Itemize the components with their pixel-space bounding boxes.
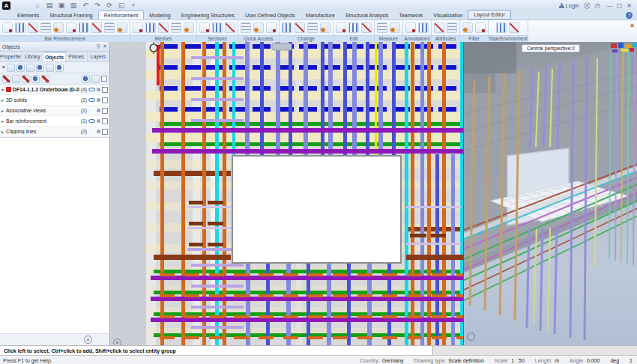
- ribbon-tool-icon[interactable]: [53, 22, 64, 33]
- redo-icon[interactable]: ↷: [93, 1, 102, 10]
- status-field[interactable]: Length:m: [535, 358, 559, 363]
- unlink-icon[interactable]: [12, 75, 20, 83]
- open-icon[interactable]: ▤: [45, 1, 54, 10]
- viewport-2d-reinforcement-drawing[interactable]: [146, 42, 463, 345]
- refresh-icon[interactable]: [41, 75, 49, 83]
- visibility-eye-icon[interactable]: [88, 98, 95, 102]
- viewport-3d[interactable]: Central perspective:2: [463, 42, 637, 345]
- ribbon-tool-icon[interactable]: [2, 22, 13, 33]
- ribbon-tool-icon[interactable]: [348, 22, 359, 33]
- select-checkbox[interactable]: [102, 97, 108, 103]
- ribbon-tab-structural-framing[interactable]: Structural Framing: [44, 11, 98, 19]
- ribbon-tool-icon[interactable]: [15, 22, 25, 33]
- ribbon-tab-modeling[interactable]: Modeling: [144, 11, 175, 19]
- ribbon-tool-icon[interactable]: [282, 22, 292, 33]
- zoom-selected-icon[interactable]: [31, 75, 40, 83]
- palette-tab-layers[interactable]: Layers: [88, 52, 109, 61]
- close-icon[interactable]: ✕: [103, 43, 107, 49]
- ribbon-tool-icon[interactable]: [158, 22, 169, 33]
- ribbon-tab-visualization[interactable]: Visualization: [428, 11, 468, 19]
- pin-icon[interactable]: ⚲: [97, 43, 100, 49]
- ribbon-tool-icon[interactable]: [509, 22, 519, 33]
- select-checkbox[interactable]: [102, 129, 108, 135]
- visibility-icon[interactable]: [91, 75, 100, 83]
- tree-row[interactable]: ▸Clipping lines(2): [0, 127, 109, 137]
- minimize-button[interactable]: —: [605, 2, 615, 9]
- palette-tab-planes[interactable]: Planes: [66, 52, 88, 61]
- ribbon-tool-icon[interactable]: [266, 22, 277, 33]
- ribbon-tool-icon[interactable]: [418, 22, 429, 33]
- ribbon-tab-user-defined-objects[interactable]: User-Defined Objects: [240, 11, 301, 19]
- sort-by-trade-icon[interactable]: [46, 64, 54, 72]
- help-icon[interactable]: ?: [626, 12, 633, 19]
- login-button[interactable]: Login: [559, 2, 579, 9]
- status-field[interactable]: deg: [610, 358, 619, 363]
- close-icon[interactable]: ✕: [630, 22, 635, 29]
- tree-row[interactable]: ▸3D solids(2): [0, 95, 109, 106]
- refresh-icon[interactable]: ⟳: [105, 1, 114, 10]
- shop-cart-icon[interactable]: ⛒: [584, 1, 591, 10]
- ribbon-tool-icon[interactable]: [336, 22, 346, 33]
- sync-icon[interactable]: [22, 75, 30, 83]
- ribbon-tool-icon[interactable]: [184, 22, 194, 33]
- status-dot-icon[interactable]: [97, 119, 100, 123]
- ribbon-tool-icon[interactable]: [79, 22, 89, 33]
- ribbon-tab-elements[interactable]: Elements: [12, 11, 44, 19]
- tree-row[interactable]: ▸Associative views(1): [0, 106, 109, 116]
- ribbon-tool-icon[interactable]: [199, 22, 210, 33]
- ribbon-tab-teamwork[interactable]: Teamwork: [393, 11, 428, 19]
- status-field[interactable]: Angle:0.000: [570, 358, 600, 363]
- ribbon-tool-icon[interactable]: [307, 22, 318, 33]
- status-field[interactable]: 1: [630, 358, 633, 363]
- viewport-drag-handle[interactable]: [272, 43, 292, 50]
- undo-icon[interactable]: ↶: [81, 1, 90, 10]
- ribbon-tool-icon[interactable]: [145, 22, 156, 33]
- ribbon-tool-icon[interactable]: [475, 22, 486, 33]
- tree-row[interactable]: ▾DF14-1.1.2 Onderbouw (D-001041)(4): [0, 85, 109, 95]
- status-dot-icon[interactable]: [97, 88, 100, 91]
- status-dot-icon[interactable]: [97, 130, 100, 133]
- sort-by-topology-icon[interactable]: [7, 64, 15, 72]
- status-field[interactable]: Country:Germany: [360, 358, 403, 363]
- ribbon-tool-icon[interactable]: [28, 22, 38, 33]
- sort-by-drawing-file-icon[interactable]: [16, 64, 25, 72]
- palette-tab-library[interactable]: Library: [22, 52, 43, 61]
- chevron-down-icon[interactable]: ▾: [2, 64, 5, 70]
- ribbon-tab-structural-analysis[interactable]: Structural Analysis: [340, 11, 394, 19]
- close-button[interactable]: ✕: [624, 2, 634, 9]
- ribbon-tool-icon[interactable]: [405, 22, 416, 33]
- ribbon-tool-icon[interactable]: [253, 22, 264, 33]
- print-icon[interactable]: ▥: [69, 1, 78, 10]
- window-icon[interactable]: ◱: [117, 1, 126, 10]
- status-dot-icon[interactable]: [97, 109, 100, 112]
- status-field[interactable]: Scale:1 : 50: [495, 358, 525, 363]
- ribbon-tab-reinforcement[interactable]: Reinforcement: [98, 10, 145, 19]
- ribbon-tool-icon[interactable]: [171, 22, 181, 33]
- ribbon-tab-layout-editor[interactable]: Layout Editor: [468, 10, 510, 19]
- select-checkbox[interactable]: [102, 118, 108, 124]
- visibility-eye-icon[interactable]: [88, 119, 95, 123]
- ribbon-tool-icon[interactable]: [66, 22, 76, 33]
- animation-icon[interactable]: [467, 333, 475, 341]
- sort-by-material-icon[interactable]: [36, 64, 44, 72]
- ribbon-tool-icon[interactable]: [496, 22, 507, 33]
- ribbon-tool-icon[interactable]: [390, 22, 400, 33]
- ribbon-tool-icon[interactable]: [104, 22, 115, 33]
- ribbon-tool-icon[interactable]: [434, 22, 444, 33]
- tree-row[interactable]: ▸Bar reinforcement(1): [0, 116, 109, 127]
- ribbon-tool-icon[interactable]: [295, 22, 305, 33]
- palette-tab-objects[interactable]: Objects: [43, 52, 65, 61]
- viewport-title[interactable]: Central perspective:2: [522, 44, 580, 52]
- ribbon-tool-icon[interactable]: [361, 22, 372, 33]
- maximize-button[interactable]: ▢: [615, 2, 624, 9]
- ribbon-tool-icon[interactable]: [447, 22, 457, 33]
- palette-tab-properties[interactable]: Properties: [0, 52, 22, 61]
- ribbon-tool-icon[interactable]: [212, 22, 223, 33]
- visibility-eye-icon[interactable]: [88, 88, 95, 91]
- ribbon-tool-icon[interactable]: [320, 22, 330, 33]
- add-icon[interactable]: +: [129, 1, 138, 10]
- sort-by-attribute-icon[interactable]: [55, 64, 64, 72]
- select-checkbox[interactable]: [102, 87, 108, 93]
- link-icon[interactable]: [2, 75, 10, 83]
- home-icon[interactable]: ⌂: [33, 1, 42, 10]
